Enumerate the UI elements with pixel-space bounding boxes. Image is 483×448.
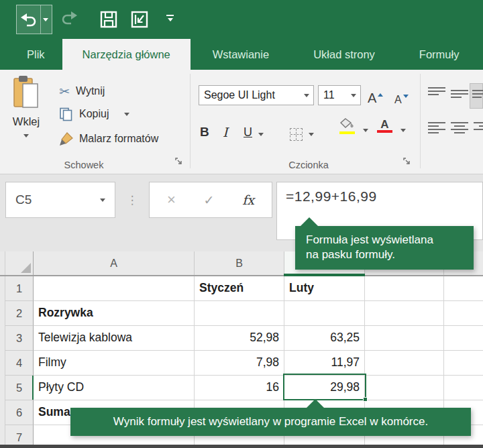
cell-E2[interactable]	[444, 301, 483, 326]
cell-D3[interactable]	[365, 326, 444, 351]
decrease-font-letter: A	[394, 94, 402, 106]
align-left-icon[interactable]	[428, 122, 445, 135]
name-box[interactable]: C5	[5, 182, 115, 218]
more-caret-icon	[168, 18, 173, 21]
font-name-value: Segoe UI Light	[199, 89, 304, 101]
tab-uklad-strony[interactable]: Układ strony	[291, 39, 397, 70]
decrease-font-caret-icon	[403, 95, 409, 98]
align-middle-icon[interactable]	[451, 90, 468, 100]
cell-E1[interactable]	[444, 276, 483, 301]
formula-bar-callout: Formuła jest wyświetlana na pasku formuł…	[295, 226, 474, 270]
cell-A3[interactable]: Telewizja kablowa	[34, 326, 195, 351]
row-header-3[interactable]: 3	[5, 326, 34, 351]
excel-window: Plik Narzędzia główne Wstawianie Układ s…	[0, 0, 483, 448]
redo-button[interactable]	[60, 10, 78, 27]
cell-C2[interactable]	[284, 301, 365, 326]
align-center-icon[interactable]	[451, 122, 468, 133]
cell-D5[interactable]	[365, 376, 444, 400]
cut-button[interactable]: Wytnij	[59, 82, 105, 101]
underline-letter: U	[244, 125, 252, 139]
font-size-combo[interactable]: 11	[318, 85, 361, 105]
tab-plik[interactable]: Plik	[9, 39, 62, 70]
cell-A4[interactable]: Filmy	[34, 351, 195, 376]
undo-icon	[17, 12, 38, 27]
save-button[interactable]	[99, 10, 118, 32]
tab-formuly[interactable]: Formuły	[397, 39, 482, 70]
font-size-value: 11	[319, 89, 351, 101]
font-color-caret-icon[interactable]	[400, 129, 406, 132]
cancel-icon[interactable]: ×	[167, 192, 176, 207]
select-all-corner[interactable]	[5, 251, 34, 275]
fill-handle[interactable]	[363, 397, 368, 402]
paste-button[interactable]: Wklej	[7, 75, 46, 162]
align-bottom-icon[interactable]	[472, 90, 483, 100]
select-all-triangle-icon	[21, 263, 31, 273]
underline-button[interactable]: U	[244, 119, 264, 139]
cell-C3[interactable]: 63,25	[284, 326, 365, 351]
formula-text: =12,99+16,99	[277, 182, 482, 205]
cell-A5[interactable]: Płyty CD	[34, 376, 195, 400]
row-header-6[interactable]: 6	[5, 400, 34, 425]
row-header-5[interactable]: 5	[5, 376, 34, 400]
italic-button[interactable]: I	[223, 119, 228, 139]
row-header-2[interactable]: 2	[5, 301, 34, 326]
font-dialog-launcher[interactable]	[402, 156, 411, 168]
row-header-4[interactable]: 4	[5, 351, 34, 376]
sheet-left-margin	[0, 425, 5, 445]
row-header-1[interactable]: 1	[5, 276, 34, 301]
align-top-icon[interactable]	[428, 87, 445, 97]
copy-dropdown-caret-icon	[124, 113, 129, 116]
customize-qat-button[interactable]	[166, 15, 174, 21]
group-separator2	[420, 74, 421, 168]
insert-function-icon[interactable]: fx	[242, 192, 254, 207]
cell-E4[interactable]	[444, 351, 483, 376]
name-box-caret-icon	[100, 199, 105, 202]
cell-B5[interactable]: 16	[195, 376, 284, 400]
decrease-font-size-button[interactable]: A	[394, 86, 407, 106]
fill-color-button[interactable]	[339, 118, 356, 138]
formula-buttons-box: × ✓ fx	[149, 182, 272, 218]
align-right-icon[interactable]	[474, 122, 483, 132]
cell-B2[interactable]	[195, 301, 284, 326]
cell-B3[interactable]: 52,98	[195, 326, 284, 351]
italic-letter: I	[223, 125, 228, 139]
format-painter-button[interactable]: Malarz formatów	[59, 129, 158, 148]
sheet-left-margin	[0, 376, 5, 400]
cell-A1[interactable]	[34, 276, 195, 301]
cell-B1[interactable]: Styczeń	[195, 276, 284, 301]
undo-dropdown-caret-icon	[43, 18, 48, 21]
cell-D2[interactable]	[365, 301, 444, 326]
cell-A2[interactable]: Rozrywka	[34, 301, 195, 326]
undo-button[interactable]	[16, 5, 52, 34]
sheet-row-5: 5 Płyty CD 16 29,98	[0, 376, 483, 400]
font-color-button[interactable]: A	[377, 119, 392, 139]
font-name-combo[interactable]: Segoe UI Light	[199, 85, 314, 105]
ribbon-tab-strip: Plik Narzędzia główne Wstawianie Układ s…	[0, 39, 483, 70]
cell-D4[interactable]	[365, 351, 444, 376]
column-header-A[interactable]: A	[34, 251, 195, 275]
sheet-left-margin	[0, 301, 5, 326]
bold-button[interactable]: B	[200, 119, 209, 139]
cell-E5[interactable]	[444, 376, 483, 400]
copy-label: Kopiuj	[79, 108, 109, 120]
fill-color-caret-icon[interactable]	[363, 129, 368, 132]
borders-button[interactable]	[290, 121, 314, 141]
enter-icon[interactable]: ✓	[204, 194, 215, 207]
name-box-value: C5	[6, 192, 100, 207]
cell-C4[interactable]: 11,97	[284, 351, 365, 376]
cell-D1[interactable]	[365, 276, 444, 301]
copy-button[interactable]: Kopiuj	[59, 105, 129, 123]
formula-bar-drag-handle[interactable]	[127, 182, 137, 218]
clipboard-dialog-launcher[interactable]	[174, 156, 183, 168]
switch-window-button[interactable]	[130, 10, 149, 32]
cell-B4[interactable]: 7,98	[195, 351, 284, 376]
column-header-B[interactable]: B	[195, 251, 284, 275]
row-header-7[interactable]: 7	[5, 425, 34, 445]
tab-narzedzia-glowne[interactable]: Narzędzia główne	[62, 39, 191, 70]
tab-wstawianie[interactable]: Wstawianie	[191, 39, 291, 70]
cell-C1[interactable]: Luty	[284, 276, 365, 301]
paste-label: Wklej	[7, 115, 46, 128]
increase-font-size-button[interactable]: A	[368, 86, 382, 106]
cell-E3[interactable]	[444, 326, 483, 351]
paste-dropdown-caret-icon	[23, 134, 29, 137]
